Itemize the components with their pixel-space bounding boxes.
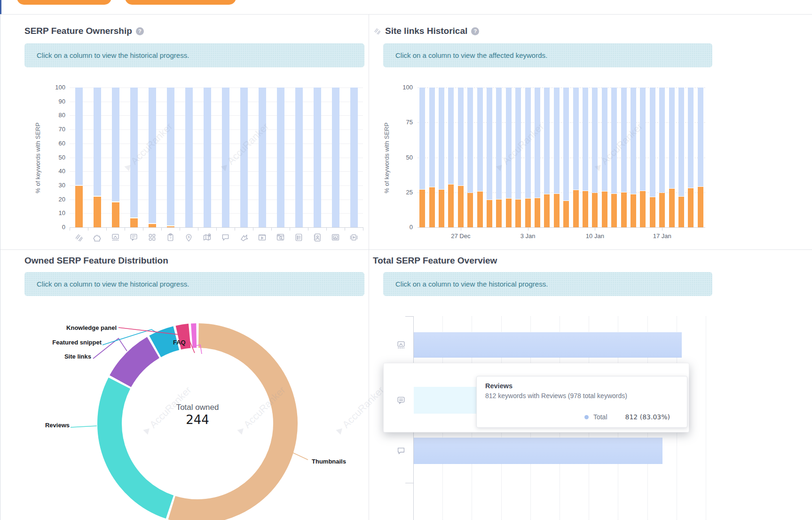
- axis-tick: [405, 316, 413, 317]
- overview-row-bar[interactable]: [414, 332, 682, 358]
- serp-dashboard: SERP Feature Ownership ? Click on a colu…: [0, 0, 812, 520]
- v-gridline: [706, 316, 706, 520]
- axis-tick: [405, 483, 413, 483]
- legend-dot: [584, 415, 589, 419]
- chart-tooltip: Reviews 812 keywords with Reviews (978 t…: [476, 376, 687, 428]
- overview-row-bar[interactable]: [414, 438, 662, 464]
- tooltip-subtitle: 812 keywords with Reviews (978 total key…: [485, 392, 678, 400]
- thumbnails-icon: [396, 340, 406, 350]
- tooltip-legend-value: 812 (83.03%): [625, 413, 670, 421]
- speech-bubble-icon: [396, 446, 406, 456]
- tooltip-title: Reviews: [485, 382, 678, 390]
- overview-chart: [0, 0, 812, 520]
- tooltip-legend-label: Total: [593, 413, 607, 421]
